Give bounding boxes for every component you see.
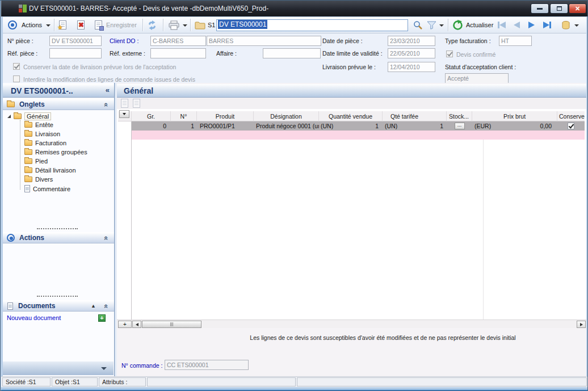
client-name-field[interactable]: BARRES — [207, 36, 321, 46]
actions-section-header[interactable]: Actions « — [3, 232, 114, 243]
tree-node-commentaire[interactable]: Commentaire — [24, 185, 70, 192]
grid-row-selected[interactable]: 0 1 PRO0001/P1 Produit négoce 0001 (unit… — [132, 121, 585, 131]
column-header-quantite-vendue[interactable]: Quantité vendue — [319, 111, 383, 121]
search-input[interactable]: DV ETS000001 — [216, 19, 408, 31]
tree-node-entete[interactable]: Entête — [24, 121, 53, 128]
refresh-icon[interactable] — [147, 20, 157, 30]
devis-confirme-checkbox[interactable] — [446, 51, 453, 57]
page-lines — [96, 23, 100, 23]
tree-node-remises[interactable]: Remises groupées — [24, 149, 87, 155]
column-header-prix-brut[interactable]: Prix brut — [472, 111, 557, 121]
splitter-handle[interactable] — [37, 296, 78, 297]
database-caret-icon[interactable] — [574, 24, 579, 27]
column-header-qte-tarifee[interactable]: Qté tarifée — [383, 111, 447, 121]
ref-externe-field[interactable] — [150, 48, 206, 58]
column-header-produit[interactable]: Produit — [197, 111, 254, 121]
statut-acceptation-field[interactable]: Accepté — [445, 73, 509, 83]
search-selected-text: DV ETS000001 — [218, 20, 267, 29]
main-panel: Général Gr. N° Produit Désignation Quant… — [117, 83, 586, 376]
collapse-documents-icon[interactable]: « — [102, 304, 111, 308]
conserver-date-checkbox[interactable] — [13, 63, 20, 70]
next-record-button[interactable] — [528, 22, 535, 28]
filter-icon[interactable] — [427, 21, 436, 30]
delete-button[interactable]: ✖ — [77, 20, 85, 30]
minimize-button[interactable] — [531, 3, 549, 14]
column-header-stock[interactable]: Stock... — [447, 111, 472, 121]
affaire-field[interactable] — [263, 48, 321, 58]
folder-icon[interactable] — [195, 21, 205, 30]
conserve-checkbox[interactable] — [568, 123, 574, 129]
quote-lines-grid: Gr. N° Produit Désignation Quantité vend… — [117, 109, 586, 319]
splitter-handle[interactable] — [37, 228, 78, 229]
actions-menu-button[interactable]: Actions — [22, 22, 42, 28]
scrollbar-thumb[interactable] — [142, 321, 201, 328]
toolbar-separator — [190, 19, 191, 31]
scroll-right-button[interactable] — [577, 321, 586, 328]
column-header-num[interactable]: N° — [171, 111, 197, 121]
collapse-panel-icon[interactable]: « — [106, 86, 110, 94]
tree-node-pied[interactable]: Pied — [24, 158, 48, 165]
tree-node-facturation[interactable]: Facturation — [24, 140, 66, 146]
refresh-data-button[interactable]: Actualiser — [466, 22, 493, 28]
scroll-left-button[interactable] — [132, 321, 141, 328]
new-document-link[interactable]: Nouveau document — [7, 314, 61, 321]
tree-node-general[interactable]: Général — [7, 112, 51, 120]
add-line-button[interactable]: + — [118, 321, 132, 328]
collapse-onglets-icon[interactable]: « — [102, 102, 111, 106]
document-icon — [24, 185, 30, 192]
cell-qt: 1 — [440, 121, 443, 131]
scroll-up-icon[interactable]: ▲ — [91, 303, 96, 309]
documents-section-header[interactable]: Documents ▲ « — [3, 300, 114, 312]
grid-options-button[interactable] — [119, 110, 129, 118]
collapse-actions-icon[interactable]: « — [102, 236, 111, 239]
grid-row-empty[interactable] — [132, 131, 585, 140]
livraison-prevue-field[interactable]: 12/04/2010 — [388, 62, 435, 72]
first-record-button[interactable] — [498, 22, 506, 28]
status-societe: Société :S1 — [2, 377, 51, 386]
column-header-designation[interactable]: Désignation — [254, 111, 319, 121]
actualiser-icon[interactable] — [452, 20, 463, 31]
folder-icon — [24, 167, 32, 173]
column-header-gr[interactable]: Gr. — [132, 111, 171, 121]
column-header-conserve[interactable]: Conserve... — [557, 111, 585, 121]
close-button[interactable]: ✕ — [569, 3, 586, 14]
onglets-section-header[interactable]: Onglets « — [3, 99, 114, 110]
tree-node-livraison[interactable]: Livraison — [24, 131, 60, 137]
document-icon — [7, 302, 13, 310]
add-document-button[interactable]: + — [98, 314, 106, 322]
save-icon[interactable] — [95, 20, 102, 30]
actions-caret-icon[interactable] — [46, 24, 51, 27]
save-button[interactable]: Enregistrer — [106, 22, 137, 28]
folder-icon — [7, 102, 15, 107]
previous-record-button[interactable] — [514, 22, 520, 28]
filter-caret-icon[interactable] — [439, 24, 444, 27]
tree-expand-icon[interactable] — [7, 115, 11, 118]
date-piece-field[interactable]: 23/03/2010 — [388, 36, 435, 46]
actions-target-icon[interactable] — [8, 20, 17, 30]
grid-horizontal-scrollbar: + — [117, 319, 586, 328]
print-caret-icon[interactable] — [183, 24, 187, 27]
search-icon[interactable] — [413, 20, 423, 30]
database-icon[interactable] — [561, 20, 570, 30]
insert-line-button[interactable] — [121, 99, 128, 108]
sidebar-footer-expand-icon[interactable] — [101, 367, 107, 370]
print-button[interactable] — [168, 20, 180, 30]
interdire-modification-checkbox[interactable] — [13, 75, 20, 82]
client-code-field[interactable]: C-BARRES — [150, 36, 206, 46]
tree-node-detail-livraison[interactable]: Détail livraison — [24, 167, 76, 174]
num-piece-field[interactable]: DV ETS000001 — [49, 36, 102, 46]
ref-piece-field[interactable] — [49, 48, 102, 58]
insert-subline-button[interactable] — [133, 99, 140, 108]
stock-ellipsis-button[interactable]: ... — [455, 123, 465, 129]
last-record-button[interactable] — [543, 22, 551, 28]
num-commande-field[interactable]: CC ETS000001 — [165, 360, 249, 370]
restore-button[interactable] — [550, 3, 568, 14]
affaire-label: Affaire : — [216, 50, 237, 57]
type-facturation-field[interactable]: HT — [499, 36, 532, 46]
num-commande-label: N° commande : — [121, 362, 162, 369]
tree-node-divers[interactable]: Divers — [24, 176, 53, 183]
client-do-label[interactable]: Client DO : — [110, 37, 138, 44]
bar — [549, 22, 551, 28]
new-document-button[interactable]: ★ — [59, 20, 66, 30]
date-validite-field[interactable]: 22/05/2010 — [388, 48, 435, 58]
